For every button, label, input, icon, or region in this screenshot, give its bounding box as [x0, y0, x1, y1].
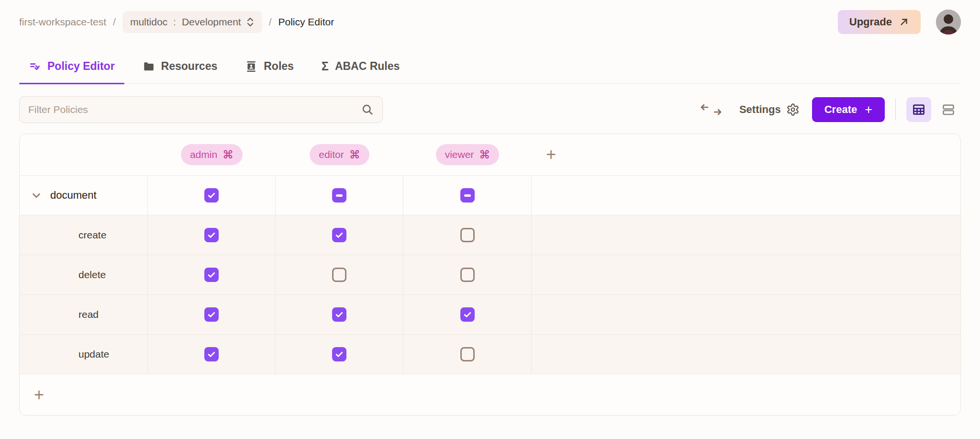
settings-label: Settings [739, 103, 781, 116]
toolbar-divider [895, 99, 896, 121]
add-resource-row: + [20, 374, 960, 415]
permission-checkbox-document-create-editor[interactable] [332, 228, 346, 242]
role-pill-editor[interactable]: editor⌘ [310, 144, 369, 165]
permission-checkbox-document-update-admin[interactable] [204, 347, 219, 361]
create-label: Create [824, 103, 857, 116]
top-bar-right: Upgrade [838, 10, 961, 34]
list-view-icon [941, 102, 956, 117]
permission-checkbox-document-delete-editor[interactable] [332, 268, 346, 282]
grid-view-toggle[interactable] [906, 97, 931, 122]
policy-toolbar: Settings Create + [19, 96, 961, 123]
project-name: multidoc [130, 16, 167, 28]
tab-label: Resources [161, 60, 218, 73]
upgrade-button[interactable]: Upgrade [838, 10, 921, 34]
environment-name: Development [182, 16, 241, 28]
breadcrumb-workspace[interactable]: first-workspace-test [19, 16, 106, 28]
tab-label: ABAC Rules [335, 60, 400, 73]
add-resource-button[interactable]: + [30, 386, 48, 404]
role-pill-viewer[interactable]: viewer⌘ [436, 144, 500, 165]
external-arrow-icon [899, 17, 909, 27]
role-member-icon: ⌘ [349, 149, 360, 160]
permission-checkbox-document-read-viewer[interactable] [460, 307, 475, 322]
roles-header-row: admin⌘editor⌘viewer⌘+ [20, 134, 960, 175]
action-name: update [78, 349, 109, 360]
tab-label: Policy Editor [47, 60, 115, 73]
tab-label: Roles [264, 60, 294, 73]
role-member-icon: ⌘ [223, 149, 234, 160]
breadcrumb-current-page: Policy Editor [278, 16, 334, 28]
breadcrumb-separator: / [269, 16, 272, 28]
folder-icon [143, 60, 155, 73]
tab-resources[interactable]: Resources [143, 60, 218, 83]
permission-checkbox-document-viewer[interactable] [460, 188, 475, 203]
filter-policies-input[interactable] [19, 96, 383, 123]
role-name: editor [319, 149, 344, 160]
table-row: read [20, 294, 960, 334]
permission-checkbox-document-update-editor[interactable] [332, 347, 346, 361]
permission-checkbox-document-editor[interactable] [332, 188, 346, 203]
table-row: update [20, 334, 960, 374]
settings-button[interactable]: Settings [739, 103, 800, 116]
permission-checkbox-document-admin[interactable] [204, 188, 219, 203]
contact-card-icon [245, 60, 257, 73]
toolbar-right: Settings Create + [700, 97, 961, 122]
permission-checkbox-document-create-viewer[interactable] [460, 228, 475, 242]
create-button[interactable]: Create + [812, 97, 885, 122]
policy-editor-page: first-workspace-test / multidoc : Develo… [0, 10, 980, 439]
role-name: admin [190, 149, 217, 160]
avatar[interactable] [936, 10, 961, 34]
top-bar: first-workspace-test / multidoc : Develo… [19, 10, 961, 34]
view-toggles [906, 97, 961, 122]
table-row: document [20, 175, 960, 215]
table-row: create [20, 215, 960, 255]
sigma-icon: Σ [322, 60, 329, 72]
role-member-icon: ⌘ [479, 149, 490, 160]
breadcrumb: first-workspace-test / multidoc : Develo… [19, 11, 334, 33]
chevron-up-down-icon [246, 17, 255, 27]
tab-roles[interactable]: Roles [245, 60, 294, 83]
action-name: read [78, 309, 99, 320]
search-icon [361, 103, 374, 118]
add-role-button[interactable]: + [542, 146, 560, 163]
tab-bar: Policy Editor Resources Roles [19, 54, 961, 84]
table-row: delete [20, 255, 960, 294]
role-name: viewer [445, 149, 474, 160]
permission-checkbox-document-delete-viewer[interactable] [460, 268, 475, 282]
tab-abac-rules[interactable]: Σ ABAC Rules [322, 60, 400, 83]
filter-policies-wrap [19, 96, 383, 123]
action-name: create [78, 229, 106, 241]
permission-checkbox-document-delete-admin[interactable] [204, 268, 219, 282]
permission-checkbox-document-read-editor[interactable] [332, 307, 346, 322]
grid-view-icon [912, 102, 926, 117]
permission-checkbox-document-create-admin[interactable] [204, 228, 219, 242]
list-check-icon [29, 60, 41, 73]
resource-name: document [50, 189, 97, 202]
expand-collapse-arrows-icon[interactable] [700, 103, 722, 116]
role-pill-admin[interactable]: admin⌘ [181, 144, 243, 165]
permission-checkbox-document-read-admin[interactable] [204, 307, 219, 322]
action-name: delete [78, 269, 106, 281]
project-environment-selector[interactable]: multidoc : Development [122, 11, 262, 33]
breadcrumb-separator: / [113, 16, 116, 28]
list-view-toggle[interactable] [936, 97, 961, 122]
tab-policy-editor[interactable]: Policy Editor [29, 60, 115, 83]
project-env-colon: : [173, 16, 176, 28]
chevron-down-icon[interactable] [30, 189, 43, 202]
gear-icon [786, 103, 800, 116]
permission-checkbox-document-update-viewer[interactable] [460, 347, 475, 361]
upgrade-label: Upgrade [849, 16, 892, 28]
policy-matrix-table: admin⌘editor⌘viewer⌘+documentcreatedelet… [19, 134, 961, 416]
